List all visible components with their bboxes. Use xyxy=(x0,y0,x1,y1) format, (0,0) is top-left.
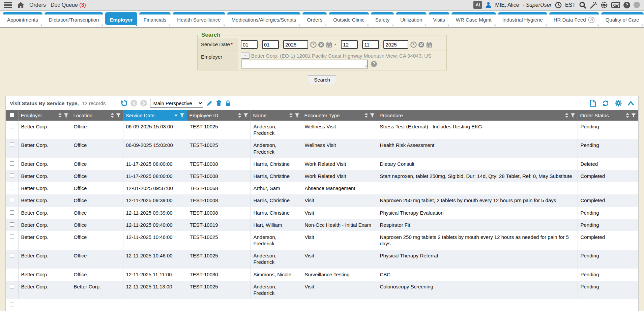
column-header-name[interactable]: Name xyxy=(251,110,302,121)
employer-help-icon[interactable]: ? xyxy=(371,61,377,67)
refresh-icon[interactable] xyxy=(602,100,609,107)
to-month-input[interactable] xyxy=(341,40,358,49)
cell-order-status: Pending xyxy=(578,139,638,158)
filter-icon[interactable] xyxy=(64,113,68,118)
sort-desc-icon[interactable] xyxy=(174,113,178,118)
row-checkbox[interactable] xyxy=(10,174,14,178)
sort-icon[interactable] xyxy=(565,113,568,118)
prev-page-icon[interactable] xyxy=(130,100,137,106)
row-checkbox[interactable] xyxy=(10,124,14,128)
filter-icon[interactable] xyxy=(243,113,248,118)
from-day-input[interactable] xyxy=(262,40,279,49)
tab-safety[interactable]: Safety xyxy=(371,12,394,25)
cell-location: Office xyxy=(71,121,123,139)
row-checkbox[interactable] xyxy=(10,272,14,276)
search-icon[interactable] xyxy=(579,1,586,9)
sort-icon[interactable] xyxy=(111,113,114,118)
tab-financials[interactable]: Financials xyxy=(139,12,171,25)
timezone-label: EST xyxy=(565,2,576,8)
lock-icon[interactable] xyxy=(225,100,231,106)
tab-appointments[interactable]: Appointments xyxy=(3,12,42,25)
cell-service-date: 12-01-2025 09:37:00 xyxy=(123,182,187,194)
row-checkbox[interactable] xyxy=(10,222,14,227)
to-year-input[interactable] xyxy=(383,40,408,49)
tab-outside-clinic[interactable]: Outside Clinic xyxy=(329,12,369,25)
column-header-employer[interactable]: Employer xyxy=(18,110,71,121)
tab-quality-of-care[interactable]: Quality of Care xyxy=(601,12,644,25)
settings-gear-icon[interactable] xyxy=(615,100,622,106)
to-clear-icon[interactable] xyxy=(418,41,425,48)
tab-employer[interactable]: Employer xyxy=(105,12,137,25)
help-icon[interactable]: ? xyxy=(623,2,630,8)
column-header-service-date[interactable]: Service Date xyxy=(123,110,187,121)
from-calendar-icon[interactable] xyxy=(326,41,332,48)
filter-icon[interactable] xyxy=(570,113,575,118)
magic-wand-icon[interactable] xyxy=(590,1,597,9)
tab-industrial-hygiene[interactable]: Industrial Hygiene xyxy=(498,12,547,25)
filter-icon[interactable] xyxy=(116,113,121,118)
to-day-input[interactable] xyxy=(362,40,379,49)
cell-name: Anderson, Frederick xyxy=(251,231,302,250)
sort-icon[interactable] xyxy=(289,113,293,118)
row-checkbox[interactable] xyxy=(10,186,14,190)
select-all-checkbox[interactable] xyxy=(10,113,14,117)
row-checkbox[interactable] xyxy=(10,235,14,239)
tab-label: Safety xyxy=(375,17,390,23)
row-checkbox[interactable] xyxy=(10,198,14,202)
employer-collapse-button[interactable]: – xyxy=(241,53,250,59)
filter-icon[interactable] xyxy=(295,113,299,118)
sort-icon[interactable] xyxy=(626,113,629,118)
to-time-picker-icon[interactable] xyxy=(410,41,417,48)
column-header-order-status[interactable]: Order Status xyxy=(578,110,638,121)
keyboard-icon[interactable] xyxy=(611,2,620,8)
row-checkbox[interactable] xyxy=(10,143,14,147)
search-section: Search Service Date* - - - - xyxy=(0,28,644,96)
cell-service-date: 12-11-2025 09:39:00 xyxy=(123,194,187,207)
breadcrumb-orders[interactable]: Orders xyxy=(29,2,46,8)
tab-medications-allergies-scripts[interactable]: Medications/Allergies/Scripts xyxy=(227,12,301,25)
search-button[interactable]: Search xyxy=(308,75,336,84)
from-month-input[interactable] xyxy=(241,40,258,49)
tab-visits[interactable]: Visits xyxy=(429,12,449,25)
row-checkbox[interactable] xyxy=(10,253,14,257)
user-name[interactable]: MIE, Alice xyxy=(495,2,519,8)
column-header-encounter-type[interactable]: Encounter Type xyxy=(302,110,377,121)
from-year-input[interactable] xyxy=(283,40,308,49)
tab-utilization[interactable]: Utilization xyxy=(396,12,427,25)
next-page-icon[interactable] xyxy=(140,100,147,106)
to-calendar-icon[interactable] xyxy=(426,41,433,48)
column-header-location[interactable]: Location xyxy=(71,110,123,121)
new-document-icon[interactable] xyxy=(590,100,596,107)
tab-hr-data-feed[interactable]: HR Data Feed xyxy=(549,12,599,25)
perspective-select[interactable]: Main Perspective xyxy=(150,99,203,108)
row-checkbox[interactable] xyxy=(10,210,14,215)
sort-icon[interactable] xyxy=(364,113,368,118)
tab-health-surveillance[interactable]: Health Surveillance xyxy=(173,12,225,25)
delete-perspective-icon[interactable] xyxy=(216,100,222,106)
collapse-grid-icon[interactable] xyxy=(627,100,634,106)
edit-perspective-icon[interactable] xyxy=(206,100,213,106)
tab-dictation-transcription[interactable]: Dictation/Transcription xyxy=(45,12,104,25)
tab-orders[interactable]: Orders xyxy=(302,12,327,25)
row-checkbox[interactable] xyxy=(10,161,14,166)
column-header-employee-id[interactable]: Employee ID xyxy=(187,110,251,121)
ai-badge[interactable]: AI xyxy=(473,1,482,9)
sort-icon[interactable] xyxy=(238,113,241,118)
filter-icon[interactable] xyxy=(180,113,184,118)
from-clear-icon[interactable] xyxy=(318,41,324,48)
row-checkbox[interactable] xyxy=(10,284,14,288)
sort-icon[interactable] xyxy=(58,113,62,118)
filter-icon[interactable] xyxy=(631,113,636,118)
clock-icon[interactable] xyxy=(555,2,562,8)
globe-phone-icon[interactable] xyxy=(601,1,608,9)
footer-checkbox[interactable] xyxy=(10,303,14,307)
breadcrumb-doc-queue[interactable]: Doc Queue (3) xyxy=(51,2,86,8)
tab-wr-case-mgmt[interactable]: WR Case Mgmt xyxy=(451,12,496,25)
filter-icon[interactable] xyxy=(370,113,375,118)
employer-search-input[interactable] xyxy=(241,60,368,68)
from-time-picker-icon[interactable] xyxy=(310,41,317,48)
hamburger-menu-icon[interactable] xyxy=(4,2,12,8)
undo-icon[interactable] xyxy=(120,100,127,107)
home-icon[interactable] xyxy=(17,2,25,8)
column-header-procedure[interactable]: Procedure xyxy=(377,110,578,121)
